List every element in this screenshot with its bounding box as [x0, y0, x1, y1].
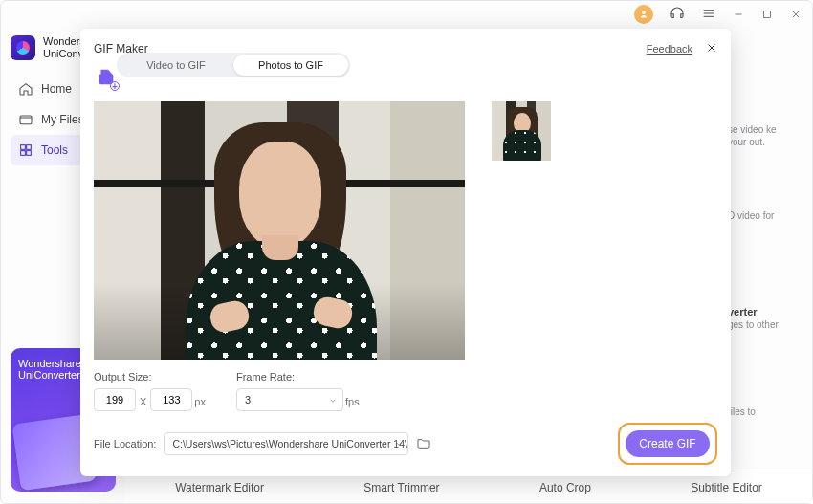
svg-rect-5 — [27, 151, 32, 156]
maximize-button[interactable] — [760, 8, 774, 21]
output-width-input[interactable] — [94, 388, 136, 411]
chevron-down-icon — [394, 439, 404, 450]
open-folder-button[interactable] — [416, 435, 431, 453]
file-location-label: File Location: — [94, 438, 156, 449]
tool-link-smart-trimmer[interactable]: Smart Trimmer — [363, 481, 439, 494]
add-media-button[interactable]: + — [96, 67, 117, 88]
tool-link-watermark[interactable]: Watermark Editor — [175, 481, 264, 494]
brand-logo — [11, 35, 35, 60]
mode-segmented: Video to GIF Photos to GIF — [117, 53, 350, 77]
promo-line2: UniConverter — [18, 369, 108, 381]
output-height-input[interactable] — [150, 388, 192, 411]
file-location-select[interactable]: C:\Users\ws\Pictures\Wondershare UniConv… — [164, 432, 408, 455]
preview-image[interactable] — [94, 101, 465, 360]
tool-link-subtitle-editor[interactable]: Subtitle Editor — [691, 481, 762, 494]
output-size-group: Output Size: X px — [94, 371, 211, 411]
sidebar-item-label: My Files — [41, 113, 84, 126]
titlebar — [1, 1, 812, 28]
close-window-button[interactable] — [789, 8, 802, 21]
bg-card-body: ges to other — [728, 319, 779, 330]
create-gif-highlight: Create GIF — [618, 423, 717, 465]
frame-rate-select[interactable] — [236, 388, 343, 411]
feedback-link[interactable]: Feedback — [647, 43, 692, 55]
account-avatar[interactable] — [634, 5, 653, 24]
bg-card-snippet: D video for — [728, 209, 795, 222]
output-controls: Output Size: X px Frame Rate: — [94, 371, 465, 411]
svg-rect-4 — [21, 151, 26, 156]
times-label: X — [136, 396, 150, 411]
sidebar-item-label: Tools — [41, 143, 68, 157]
close-icon[interactable] — [706, 42, 717, 56]
svg-rect-0 — [764, 11, 771, 18]
plus-icon: + — [110, 81, 120, 91]
frame-rate-label: Frame Rate: — [236, 371, 365, 383]
px-unit: px — [192, 396, 211, 411]
menu-icon[interactable] — [701, 6, 716, 24]
work-area: Output Size: X px Frame Rate: — [94, 101, 717, 423]
svg-rect-3 — [27, 145, 32, 150]
sidebar-item-label: Home — [41, 82, 72, 96]
file-location-value: C:\Users\ws\Pictures\Wondershare UniConv… — [172, 438, 408, 449]
bg-card-snippet: files to — [728, 405, 795, 418]
bg-card-snippet: se video ke your out. — [728, 123, 795, 148]
promo-line1: Wondershare — [18, 358, 108, 369]
tab-video-to-gif[interactable]: Video to GIF — [119, 55, 233, 76]
thumbnail-list — [492, 101, 717, 423]
gif-maker-modal: GIF Maker Feedback + Video to GIF Photos… — [80, 29, 731, 476]
svg-rect-2 — [21, 145, 26, 150]
modal-footer: File Location: C:\Users\ws\Pictures\Wond… — [94, 423, 717, 465]
bg-card-snippet: verter ges to other — [728, 305, 795, 331]
bg-card-title: verter — [728, 306, 758, 318]
tab-photos-to-gif[interactable]: Photos to GIF — [233, 55, 348, 76]
tool-link-auto-crop[interactable]: Auto Crop — [539, 481, 591, 494]
create-gif-button[interactable]: Create GIF — [626, 430, 710, 457]
svg-rect-1 — [20, 116, 32, 124]
fps-unit: fps — [343, 396, 365, 411]
minimize-button[interactable] — [732, 8, 745, 21]
support-icon[interactable] — [669, 5, 686, 25]
thumbnail-item[interactable] — [492, 101, 551, 161]
frame-rate-group: Frame Rate: fps — [236, 371, 365, 411]
output-size-label: Output Size: — [94, 371, 211, 383]
